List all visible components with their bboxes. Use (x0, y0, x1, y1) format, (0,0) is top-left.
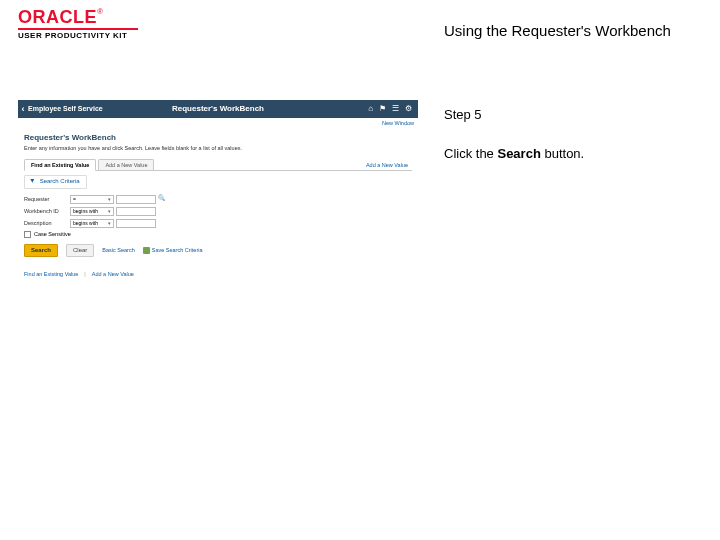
search-tabs: Find an Existing Value Add a New Value A… (24, 158, 412, 172)
app-header: ‹ Employee Self Service Requester's Work… (18, 100, 418, 118)
search-criteria-header[interactable]: ▶ Search Criteria (24, 175, 87, 188)
new-window-link[interactable]: New Window (382, 120, 414, 127)
field-requester: Requester = ▾ 🔍 (24, 195, 412, 204)
brand-divider (18, 28, 138, 30)
description-op-value: begins with (73, 220, 98, 226)
workbench-op-value: begins with (73, 208, 98, 214)
tab-find-existing[interactable]: Find an Existing Value (24, 159, 96, 172)
description-op-select[interactable]: begins with ▾ (70, 219, 114, 228)
workbench-input[interactable] (116, 207, 156, 216)
app-subbar: New Window (18, 118, 418, 129)
lookup-icon[interactable]: 🔍 (158, 195, 166, 203)
case-sensitive-checkbox[interactable] (24, 231, 31, 238)
oracle-brand: ORACLE® USER PRODUCTIVITY KIT (18, 8, 430, 40)
case-sensitive-row: Case Sensitive (24, 231, 412, 238)
search-button[interactable]: Search (24, 244, 58, 257)
workbench-label: Workbench ID (24, 208, 70, 215)
chevron-down-icon: ▶ (30, 179, 36, 183)
case-sensitive-label: Case Sensitive (34, 231, 71, 238)
save-icon (143, 247, 150, 254)
footer-divider: | (84, 271, 85, 278)
tab-add-new[interactable]: Add a New Value (98, 159, 154, 171)
back-label[interactable]: Employee Self Service (28, 105, 103, 113)
criteria-header-label: Search Criteria (40, 178, 80, 184)
instruction-suffix: button. (541, 146, 584, 161)
requester-input[interactable] (116, 195, 156, 204)
menu-icon[interactable]: ☰ (392, 104, 399, 114)
page-title: Requester's WorkBench (24, 133, 412, 143)
oracle-logo-text: ORACLE (18, 7, 97, 27)
description-input[interactable] (116, 219, 156, 228)
page-description: Enter any information you have and click… (24, 145, 412, 152)
footer-links: Find an Existing Value | Add a New Value (24, 271, 412, 278)
description-label: Description (24, 220, 70, 227)
footer-add-link[interactable]: Add a New Value (92, 271, 134, 278)
document-title: Using the Requester's Workbench (444, 10, 702, 107)
requester-label: Requester (24, 196, 70, 203)
save-criteria-link[interactable]: Save Search Criteria (143, 247, 203, 254)
save-criteria-label: Save Search Criteria (152, 247, 203, 253)
instruction-prefix: Click the (444, 146, 497, 161)
flag-icon[interactable]: ⚑ (379, 104, 386, 114)
basic-search-link[interactable]: Basic Search (102, 247, 134, 254)
workbench-op-select[interactable]: begins with ▾ (70, 207, 114, 216)
back-chevron-icon[interactable]: ‹ (18, 100, 28, 118)
clear-button[interactable]: Clear (66, 244, 94, 257)
brand-subtitle: USER PRODUCTIVITY KIT (18, 31, 430, 40)
app-screenshot: ‹ Employee Self Service Requester's Work… (18, 100, 418, 281)
instruction-bold: Search (497, 146, 540, 161)
oracle-trademark: ® (97, 7, 103, 16)
field-description: Description begins with ▾ (24, 219, 412, 228)
add-new-value-link[interactable]: Add a New Value (366, 162, 408, 171)
chevron-down-icon: ▾ (108, 208, 111, 214)
button-row: Search Clear Basic Search Save Search Cr… (24, 244, 412, 257)
field-workbench: Workbench ID begins with ▾ (24, 207, 412, 216)
step-label: Step 5 (444, 107, 702, 122)
chevron-down-icon: ▾ (108, 220, 111, 226)
home-icon[interactable]: ⌂ (368, 104, 373, 114)
footer-find-link[interactable]: Find an Existing Value (24, 271, 78, 278)
requester-op-select[interactable]: = ▾ (70, 195, 114, 204)
oracle-logo: ORACLE® (18, 8, 430, 26)
requester-op-value: = (73, 196, 76, 202)
instruction-text: Click the Search button. (444, 146, 702, 161)
gear-icon[interactable]: ⚙ (405, 104, 412, 114)
chevron-down-icon: ▾ (108, 196, 111, 202)
